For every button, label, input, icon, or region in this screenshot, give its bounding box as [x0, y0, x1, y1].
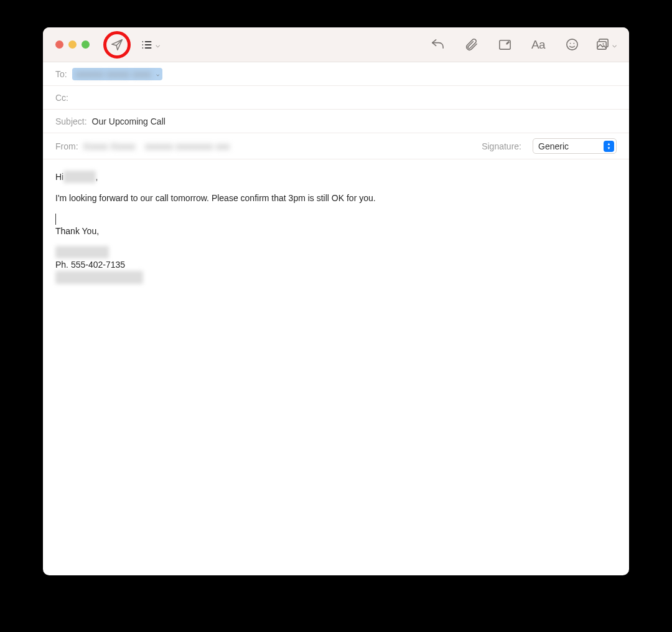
format-button[interactable]: Aa — [528, 38, 548, 52]
cc-field-row[interactable]: Cc: — [43, 86, 629, 110]
svg-point-1 — [142, 44, 144, 45]
from-label: From: — [55, 141, 78, 151]
toolbar-right: Aa ⌵ — [427, 37, 617, 52]
to-label: To: — [55, 69, 67, 79]
list-icon — [141, 39, 153, 51]
svg-point-0 — [142, 41, 144, 42]
markup-icon — [498, 37, 512, 52]
paper-plane-icon — [110, 38, 124, 52]
svg-point-7 — [566, 39, 577, 50]
recipient-chip[interactable]: xxxxxx xxxxx xxxx ⌵ — [72, 68, 162, 80]
redacted-signature-name: Xxxxx Xxxxxx — [55, 246, 109, 258]
select-stepper-icon: ▲▼ — [604, 141, 614, 152]
toolbar-left: ⌵ — [90, 31, 160, 59]
closing-line: Thank You, — [55, 225, 617, 237]
redacted-from-email: xxxxxx xxxxxxxx xxx — [145, 141, 230, 151]
emoji-button[interactable] — [562, 37, 582, 52]
subject-input[interactable]: Our Upcoming Call — [92, 116, 617, 126]
redacted-from-name: Xxxxx Xxxxx — [83, 141, 136, 151]
svg-point-9 — [573, 43, 574, 44]
redacted-recipient: xxxxxx xxxxx xxxx — [76, 69, 151, 79]
compose-window: ⌵ Aa — [43, 27, 629, 575]
titlebar: ⌵ Aa — [43, 27, 629, 62]
greeting-suffix: , — [96, 171, 98, 183]
svg-point-8 — [569, 43, 571, 44]
chevron-down-icon: ⌵ — [612, 40, 617, 49]
chevron-down-icon[interactable]: ⌵ — [156, 71, 159, 77]
markup-button[interactable] — [495, 37, 515, 52]
reply-button[interactable] — [427, 37, 447, 52]
smiley-icon — [565, 37, 579, 52]
chevron-down-icon: ⌵ — [156, 40, 160, 49]
attach-button[interactable] — [461, 37, 481, 52]
photo-browser-button[interactable]: ⌵ — [595, 37, 617, 52]
signature-label: Signature: — [482, 141, 521, 151]
subject-field-row[interactable]: Subject: Our Upcoming Call — [43, 110, 629, 133]
from-field-row[interactable]: From: Xxxxx Xxxxx xxxxxx xxxxxxxx xxx Si… — [43, 133, 629, 159]
window-controls — [55, 40, 90, 49]
paperclip-icon — [464, 37, 478, 52]
close-window-button[interactable] — [55, 40, 63, 49]
header-fields-menu-button[interactable]: ⌵ — [141, 39, 160, 51]
svg-point-12 — [602, 43, 604, 44]
annotation-highlight-circle — [103, 31, 131, 59]
minimize-window-button[interactable] — [68, 40, 77, 49]
photos-icon — [595, 37, 610, 52]
phone-line: Ph. 555-402-7135 — [55, 258, 617, 271]
cc-label: Cc: — [55, 93, 68, 103]
body-paragraph-1: I'm looking forward to our call tomorrow… — [55, 192, 617, 204]
header-fields: To: xxxxxx xxxxx xxxx ⌵ Cc: Subject: Our… — [43, 62, 629, 159]
signature-select[interactable]: Generic ▲▼ — [533, 138, 617, 154]
signature-area: Signature: Generic ▲▼ — [482, 138, 617, 154]
signature-value: Generic — [538, 141, 569, 151]
redacted-signature-email: xxxxxxxx xxxxxxxx xxx — [55, 271, 143, 283]
subject-label: Subject: — [55, 116, 87, 126]
signature-block: Xxxxx Xxxxxx Ph. 555-402-7135 xxxxxxxx x… — [55, 246, 617, 284]
zoom-window-button[interactable] — [82, 40, 90, 49]
svg-point-2 — [142, 47, 144, 49]
greeting-line: Hi Xxxxxxx, — [55, 171, 617, 183]
from-value[interactable]: Xxxxx Xxxxx xxxxxx xxxxxxxx xxx — [83, 141, 230, 151]
text-cursor — [55, 214, 617, 225]
message-body[interactable]: Hi Xxxxxxx, I'm looking forward to our c… — [43, 159, 629, 295]
send-button[interactable] — [107, 38, 127, 52]
redacted-name: Xxxxxxx — [63, 171, 95, 183]
to-field-row[interactable]: To: xxxxxx xxxxx xxxx ⌵ — [43, 62, 629, 86]
text-format-icon: Aa — [531, 38, 545, 52]
reply-icon — [431, 37, 445, 52]
greeting-prefix: Hi — [55, 171, 63, 183]
